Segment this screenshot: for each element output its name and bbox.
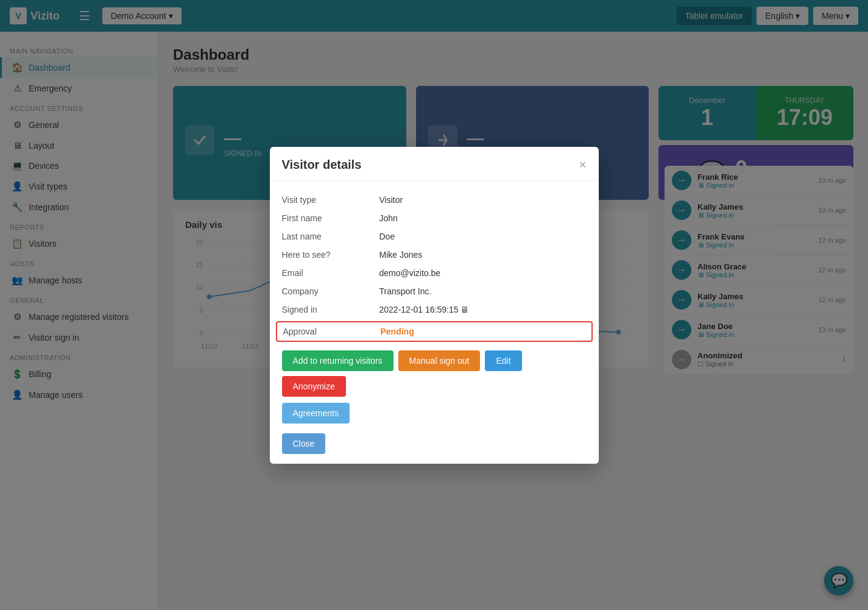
field-label: Email (282, 268, 379, 278)
modal-field-company: Company Transport Inc. (282, 282, 587, 300)
modal-field-first-name: First name John (282, 209, 587, 227)
field-label: Here to see? (282, 250, 379, 260)
close-button[interactable]: Close (282, 433, 326, 454)
field-value: John (379, 213, 587, 223)
field-value: Transport Inc. (379, 286, 587, 296)
field-value: demo@vizito.be (379, 268, 587, 278)
modal-close-button[interactable]: × (579, 158, 587, 171)
visitor-details-modal: Visitor details × Visit type Visitor Fir… (270, 147, 599, 464)
approval-value: Pending (381, 327, 585, 336)
modal-close-row: Close (282, 430, 587, 454)
field-label: Company (282, 286, 379, 296)
modal-field-email: Email demo@vizito.be (282, 264, 587, 282)
modal-field-last-name: Last name Doe (282, 227, 587, 246)
modal-actions: Add to returning visitors Manual sign ou… (282, 350, 587, 397)
field-value: Mike Jones (379, 250, 587, 260)
modal-title: Visitor details (282, 158, 362, 172)
field-label: Signed in (282, 305, 379, 314)
manual-signout-button[interactable]: Manual sign out (398, 350, 481, 371)
add-returning-button[interactable]: Add to returning visitors (282, 350, 393, 371)
modal-field-approval: Approval Pending (276, 321, 593, 342)
anonymize-button[interactable]: Anonymize (282, 376, 346, 397)
modal-field-visit-type: Visit type Visitor (282, 191, 587, 209)
modal-field-signed-in: Signed in 2022-12-01 16:59:15 🖥 (282, 300, 587, 319)
modal-footer: Agreements (282, 403, 587, 424)
modal-overlay[interactable]: Visitor details × Visit type Visitor Fir… (0, 0, 868, 610)
field-value: Doe (379, 232, 587, 241)
modal-body: Visit type Visitor First name John Last … (270, 181, 599, 464)
modal-header: Visitor details × (270, 147, 599, 181)
field-label: First name (282, 213, 379, 223)
approval-label: Approval (283, 327, 381, 336)
field-value: Visitor (379, 195, 587, 205)
edit-button[interactable]: Edit (485, 350, 521, 371)
field-label: Last name (282, 232, 379, 241)
field-value: 2022-12-01 16:59:15 🖥 (379, 305, 587, 314)
agreements-button[interactable]: Agreements (282, 403, 350, 424)
modal-field-here-to-see: Here to see? Mike Jones (282, 246, 587, 264)
field-label: Visit type (282, 195, 379, 205)
